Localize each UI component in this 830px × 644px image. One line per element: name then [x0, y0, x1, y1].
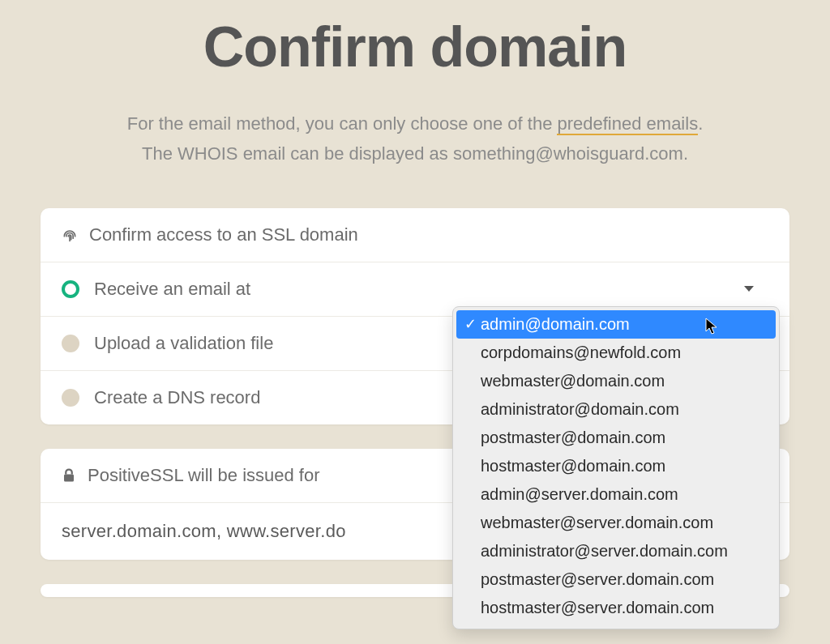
- confirm-access-card: Confirm access to an SSL domain Receive …: [41, 208, 789, 424]
- lock-icon: [62, 467, 76, 484]
- option-upload-file-label: Upload a validation file: [94, 333, 273, 354]
- chevron-down-icon: [744, 286, 754, 292]
- dropdown-option[interactable]: admin@domain.com: [456, 310, 776, 339]
- subtitle-line2: The WHOIS email can be displayed as some…: [142, 143, 688, 164]
- dropdown-option[interactable]: postmaster@server.domain.com: [453, 565, 779, 594]
- email-select[interactable]: [368, 286, 768, 292]
- fingerprint-icon: [62, 227, 78, 243]
- issued-for-title: PositiveSSL will be issued for: [88, 465, 320, 486]
- option-email[interactable]: Receive an email at admin@domain.com cor…: [41, 262, 789, 317]
- confirm-access-title: Confirm access to an SSL domain: [89, 224, 358, 245]
- dropdown-option[interactable]: corpdomains@newfold.com: [453, 339, 779, 367]
- email-dropdown-menu: admin@domain.com corpdomains@newfold.com…: [452, 306, 780, 629]
- dropdown-option[interactable]: postmaster@domain.com: [453, 424, 779, 452]
- radio-email[interactable]: [62, 280, 79, 298]
- subtitle-line1-post: .: [698, 113, 703, 134]
- page-title: Confirm domain: [32, 15, 798, 79]
- dropdown-option[interactable]: administrator@server.domain.com: [453, 537, 779, 565]
- issued-domains-text: server.domain.com, www.server.do: [62, 521, 346, 541]
- option-email-label: Receive an email at: [94, 279, 353, 300]
- dropdown-option[interactable]: webmaster@domain.com: [453, 367, 779, 395]
- dropdown-option[interactable]: admin@server.domain.com: [453, 480, 779, 509]
- svg-rect-0: [64, 474, 74, 481]
- radio-dns-record[interactable]: [62, 389, 79, 407]
- subtitle-line1-pre: For the email method, you can only choos…: [127, 113, 558, 134]
- dropdown-option[interactable]: administrator@domain.com: [453, 395, 779, 424]
- option-dns-record-label: Create a DNS record: [94, 387, 260, 408]
- dropdown-option[interactable]: hostmaster@server.domain.com: [453, 594, 779, 622]
- confirm-access-header: Confirm access to an SSL domain: [41, 208, 789, 262]
- predefined-emails-link[interactable]: predefined emails: [557, 113, 698, 135]
- radio-upload-file[interactable]: [62, 335, 79, 352]
- dropdown-option[interactable]: hostmaster@domain.com: [453, 452, 779, 480]
- dropdown-option[interactable]: webmaster@server.domain.com: [453, 509, 779, 537]
- page-subtitle: For the email method, you can only choos…: [32, 109, 798, 169]
